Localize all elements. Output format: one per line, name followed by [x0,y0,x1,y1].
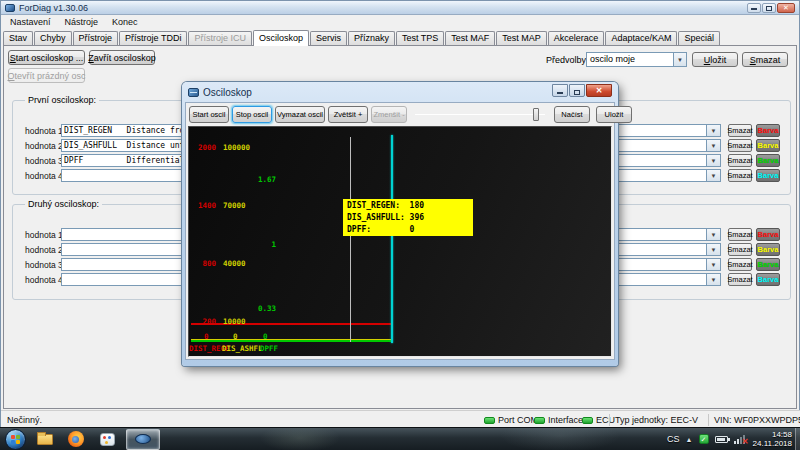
ulozit-preset-button[interactable]: Uložit [692,52,738,67]
chevron-down-icon[interactable]: ▼ [707,139,721,152]
scope-display[interactable]: 200014008002000DIST_REGE1000007000040000… [188,126,612,357]
stop-oscil-button[interactable]: Stop oscil [232,106,272,123]
vymazat-oscil-button[interactable]: Vymazat oscil [275,106,325,123]
tab-chyby[interactable]: Chyby [34,31,72,45]
row-barva-button[interactable]: Barva [756,243,780,256]
preset-combobox[interactable]: oscilo moje ▼ [586,52,687,67]
start-button[interactable] [5,429,26,450]
smazat-preset-button[interactable]: Smazat [742,52,788,67]
dialog-maximize-button[interactable] [569,84,585,97]
row-smazat-button[interactable]: Smazat [728,139,752,152]
statusbar-divider [708,414,709,426]
group-title: Druhý osciloskop: [25,199,102,209]
zavrit-osciloskop-button[interactable]: Zavřít osciloskop [89,50,155,65]
dialog-close-button[interactable]: ✕ [586,84,612,97]
start-oscil-button[interactable]: Start oscil [189,106,229,123]
chevron-down-icon[interactable]: ▼ [707,258,721,271]
status-bar: Nečinný. Port COM6 Interface ECU Typ jed… [1,410,800,428]
row-smazat-button[interactable]: Smazat [728,169,752,182]
axis-series-name: DIS_ASHFL [222,345,263,353]
nacist-button[interactable]: Načíst [554,106,590,123]
axis-tick-label: 0.33 [227,305,276,313]
unit-type-label: Typ jednotky: EEC-V [615,415,698,425]
chevron-down-icon[interactable]: ▼ [707,169,721,182]
taskbar-item-fordiag-active[interactable] [126,429,160,450]
row-label: hodnota 3 [25,156,63,166]
tab-p-stroje-tddi[interactable]: Přístroje TDDi [119,31,187,45]
tab-stav[interactable]: Stav [3,31,33,45]
otevrit-prazdny-osc-button[interactable]: Otevřít prázdný osc [8,68,85,83]
menu-item-nastavení[interactable]: Nastavení [3,17,58,27]
taskbar-item-paint[interactable] [95,429,119,450]
row-smazat-button[interactable]: Smazat [728,243,752,256]
dialog-minimize-button[interactable] [552,84,568,97]
row-barva-button[interactable]: Barva [756,258,780,271]
row-barva-button[interactable]: Barva [756,154,780,167]
chevron-down-icon[interactable]: ▼ [707,243,721,256]
tab-p-znaky[interactable]: Příznaky [348,31,395,45]
dialog-titlebar[interactable]: Osciloskop ✕ [182,82,618,102]
tab-servis[interactable]: Servis [310,31,347,45]
menu-item-nástroje[interactable]: Nástroje [58,17,106,27]
axis-tick-label: 100000 [223,144,263,152]
scope-cursor-line [350,137,351,342]
maximize-button[interactable] [762,3,776,13]
zmensit-button[interactable]: Zmenšit - [371,106,407,123]
row-smazat-button[interactable]: Smazat [728,273,752,286]
ecu-label: ECU [596,415,615,425]
window-controls: ✕ [747,3,795,13]
slider-track[interactable] [415,114,545,115]
tray-expand-icon[interactable]: ▲ [686,436,693,443]
row-label: hodnota 1 [25,230,63,240]
row-smazat-button[interactable]: Smazat [728,258,752,271]
row-barva-button[interactable]: Barva [756,169,780,182]
tab-test-map[interactable]: Test MAP [496,31,547,45]
row-barva-button[interactable]: Barva [756,139,780,152]
language-indicator[interactable]: CS [667,434,680,444]
row-smazat-button[interactable]: Smazat [728,154,752,167]
row-barva-button[interactable]: Barva [756,228,780,241]
osciloskop-dialog: Osciloskop ✕ Start oscil Stop oscil Vyma… [182,82,618,366]
tooltip-line: DIST_REGEN: 180 [347,200,469,212]
dialog-client-area: Start oscil Stop oscil Vymazat oscil Zvě… [185,102,615,360]
close-button[interactable]: ✕ [777,3,795,13]
tab-p-stroje-icu[interactable]: Přístroje ICU [188,31,252,45]
scope-value-tooltip: DIST_REGEN: 180DIS_ASHFULL: 396DPFF: 0 [343,199,473,236]
row-barva-button[interactable]: Barva [756,124,780,137]
taskbar-item-explorer[interactable] [33,429,57,450]
tab-test-maf[interactable]: Test MAF [445,31,495,45]
clock-time: 14:58 [753,430,792,439]
row-barva-button[interactable]: Barva [756,273,780,286]
predvolby-label: Předvolby: [546,55,589,65]
ecu-led-icon [582,417,593,424]
zoom-slider[interactable] [415,106,545,123]
chevron-down-icon[interactable]: ▼ [707,154,721,167]
tray-green-icon[interactable]: ✓ [699,434,709,444]
tab-p-stroje[interactable]: Přístroje [73,31,119,45]
tab-osciloskop[interactable]: Osciloskop [253,30,309,46]
chevron-down-icon[interactable]: ▼ [707,228,721,241]
menu-item-konec[interactable]: Konec [105,17,145,27]
chevron-down-icon[interactable]: ▼ [707,273,721,286]
zvetsit-button[interactable]: Zvětšit + [328,106,368,123]
show-desktop-button[interactable] [795,428,800,450]
tab-speci-l[interactable]: Speciál [678,31,720,45]
taskbar-clock[interactable]: 14:58 24.11.2018 [753,430,792,448]
start-osciloskop-button[interactable]: Start osciloskop ... [8,50,85,65]
battery-icon[interactable] [715,436,728,443]
row-smazat-button[interactable]: Smazat [728,228,752,241]
ulozit-oscil-button[interactable]: Uložit [596,106,632,123]
tab-adaptace-kam[interactable]: Adaptace/KAM [605,31,677,45]
slider-thumb[interactable] [533,108,539,121]
minimize-button[interactable] [747,3,761,13]
row-smazat-button[interactable]: Smazat [728,124,752,137]
chevron-down-icon[interactable]: ▼ [707,124,721,137]
tab-akcelerace[interactable]: Akcelerace [548,31,605,45]
network-icon[interactable]: ✕ [734,434,747,444]
tab-test-tps[interactable]: Test TPS [396,31,444,45]
row-label: hodnota 4 [25,171,63,181]
main-titlebar: ForDiag v1.30.06 ✕ [1,1,799,15]
taskbar-item-firefox[interactable] [64,429,88,450]
chevron-down-icon[interactable]: ▼ [673,53,686,66]
folder-icon [37,434,53,445]
